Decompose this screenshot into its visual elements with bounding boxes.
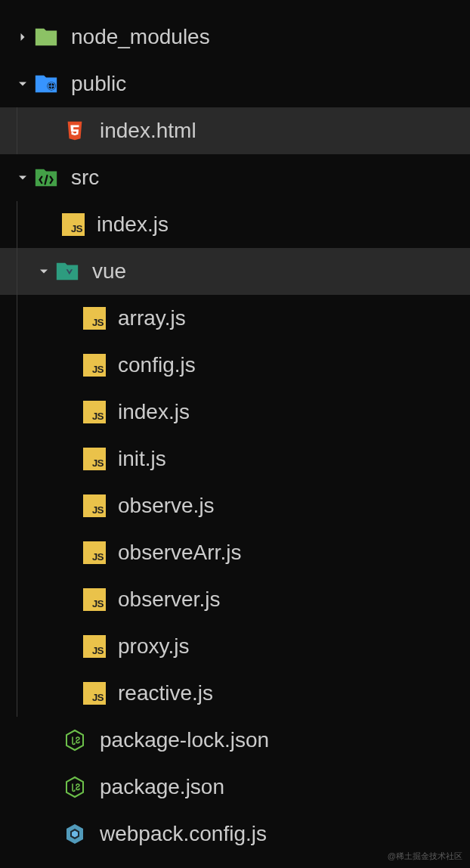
tree-item-label: index.html bbox=[100, 119, 196, 143]
tree-item-label: src bbox=[71, 166, 99, 190]
tree-item-label: reactive.js bbox=[118, 681, 213, 705]
tree-item-package-json[interactable]: package.json bbox=[0, 764, 470, 811]
tree-item-label: index.js bbox=[97, 212, 169, 237]
folder-icon bbox=[33, 24, 59, 50]
chevron-down-icon bbox=[12, 76, 33, 91]
js-icon: JS bbox=[62, 213, 85, 236]
tree-item-label: index.js bbox=[118, 400, 190, 424]
js-icon: JS bbox=[83, 588, 106, 611]
tree-item-label: observer.js bbox=[118, 587, 220, 612]
tree-item-vue[interactable]: vue bbox=[0, 248, 470, 295]
tree-item-vue-index-js[interactable]: JS index.js bbox=[0, 389, 470, 436]
tree-item-package-lock[interactable]: package-lock.json bbox=[0, 717, 470, 764]
tree-item-label: public bbox=[71, 72, 126, 96]
js-icon: JS bbox=[83, 401, 106, 423]
tree-item-label: proxy.js bbox=[118, 634, 189, 659]
folder-vue-icon bbox=[54, 259, 80, 284]
tree-item-label: webpack.config.js bbox=[100, 822, 267, 846]
js-icon: JS bbox=[83, 307, 106, 330]
js-icon: JS bbox=[83, 635, 106, 658]
chevron-down-icon bbox=[33, 264, 54, 279]
folder-src-icon bbox=[33, 165, 59, 191]
tree-item-config-js[interactable]: JS config.js bbox=[0, 342, 470, 389]
webpack-icon bbox=[62, 821, 88, 847]
tree-item-node-modules[interactable]: node_modules bbox=[0, 14, 470, 60]
js-icon: JS bbox=[83, 448, 106, 470]
js-icon: JS bbox=[83, 682, 106, 705]
tree-item-label: config.js bbox=[118, 353, 196, 377]
tree-item-observearr-js[interactable]: JS observeArr.js bbox=[0, 529, 470, 576]
tree-item-observer-js[interactable]: JS observer.js bbox=[0, 576, 470, 623]
tree-item-src-index-js[interactable]: JS index.js bbox=[0, 201, 470, 248]
tree-item-reactive-js[interactable]: JS reactive.js bbox=[0, 670, 470, 717]
tree-item-array-js[interactable]: JS array.js bbox=[0, 295, 470, 342]
tree-item-label: array.js bbox=[118, 306, 186, 330]
tree-item-label: vue bbox=[92, 259, 126, 284]
tree-item-public[interactable]: public bbox=[0, 60, 470, 107]
tree-item-label: node_modules bbox=[71, 25, 210, 49]
tree-item-src[interactable]: src bbox=[0, 154, 470, 201]
html5-icon bbox=[62, 118, 88, 144]
tree-item-label: package.json bbox=[100, 775, 224, 799]
tree-item-init-js[interactable]: JS init.js bbox=[0, 436, 470, 482]
js-icon: JS bbox=[83, 494, 106, 517]
chevron-down-icon bbox=[12, 170, 33, 185]
js-icon: JS bbox=[83, 354, 106, 377]
tree-item-label: observeArr.js bbox=[118, 541, 241, 565]
tree-item-label: init.js bbox=[118, 447, 166, 471]
folder-public-icon bbox=[33, 71, 59, 97]
nodejs-icon bbox=[62, 774, 88, 800]
tree-item-proxy-js[interactable]: JS proxy.js bbox=[0, 623, 470, 670]
tree-item-label: observe.js bbox=[118, 494, 215, 518]
tree-item-index-html[interactable]: index.html bbox=[0, 107, 470, 154]
tree-item-observe-js[interactable]: JS observe.js bbox=[0, 482, 470, 529]
watermark: @稀土掘金技术社区 bbox=[388, 851, 462, 862]
chevron-right-icon bbox=[12, 29, 33, 45]
js-icon: JS bbox=[83, 541, 106, 564]
tree-item-label: package-lock.json bbox=[100, 728, 269, 752]
nodejs-icon bbox=[62, 727, 88, 753]
